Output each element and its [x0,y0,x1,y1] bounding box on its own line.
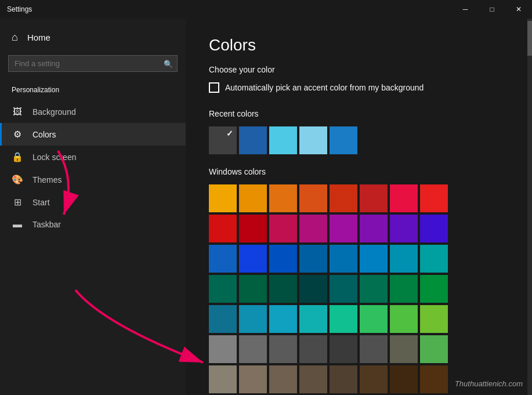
win-color-33[interactable] [239,305,267,333]
windows-colors-label: Windows colors [209,167,504,176]
win-color-44[interactable] [330,335,357,363]
recent-colors-section: Recent colors [209,109,504,154]
home-icon: ⌂ [12,31,18,44]
win-color-29[interactable] [360,275,388,303]
win-color-20[interactable] [330,245,357,273]
win-color-5[interactable] [360,184,388,212]
recent-color-4[interactable] [330,126,357,154]
win-color-25[interactable] [239,275,267,303]
sidebar-item-colors[interactable]: ⚙ Colors [0,123,186,146]
search-input[interactable] [8,55,178,72]
win-color-53[interactable] [360,365,388,393]
win-color-45[interactable] [360,335,388,363]
win-color-41[interactable] [239,335,267,363]
win-color-34[interactable] [269,305,297,333]
search-icon: 🔍 [164,59,173,68]
win-color-38[interactable] [390,305,418,333]
win-color-9[interactable] [239,215,267,242]
sidebar-item-themes[interactable]: 🎨 Themes [0,168,186,191]
watermark: Thuthuattienich.com [455,379,523,388]
win-color-39[interactable] [420,305,448,333]
win-color-27[interactable] [299,275,327,303]
start-label: Start [32,198,50,207]
recent-color-0[interactable] [209,126,237,154]
win-color-52[interactable] [330,365,357,393]
win-color-11[interactable] [299,215,327,242]
win-color-30[interactable] [390,275,418,303]
win-color-19[interactable] [299,245,327,273]
win-color-55[interactable] [420,365,448,393]
home-label: Home [27,32,50,42]
window-title: Settings [7,5,32,13]
win-color-46[interactable] [390,335,418,363]
win-color-13[interactable] [360,215,388,242]
main-content: ⌂ Home 🔍 Personalization 🖼 Background ⚙ … [0,19,532,395]
win-color-54[interactable] [390,365,418,393]
win-color-37[interactable] [360,305,388,333]
close-button[interactable]: ✕ [505,0,532,19]
recent-color-1[interactable] [239,126,267,154]
scrollbar-track[interactable] [527,19,532,395]
sidebar-item-taskbar[interactable]: ▬ Taskbar [0,213,186,235]
win-color-51[interactable] [299,365,327,393]
win-color-12[interactable] [330,215,357,242]
win-color-35[interactable] [299,305,327,333]
recent-color-2[interactable] [269,126,297,154]
win-color-17[interactable] [239,245,267,273]
win-color-50[interactable] [269,365,297,393]
win-color-23[interactable] [420,245,448,273]
win-color-1[interactable] [239,184,267,212]
win-color-8[interactable] [209,215,237,242]
win-color-6[interactable] [390,184,418,212]
minimize-button[interactable]: ─ [452,0,479,19]
win-color-15[interactable] [420,215,448,242]
taskbar-label: Taskbar [32,220,61,229]
colors-icon: ⚙ [12,129,23,140]
search-container: 🔍 [8,55,178,72]
sidebar-item-lock-screen[interactable]: 🔒 Lock screen [0,146,186,168]
sidebar-item-start[interactable]: ⊞ Start [0,191,186,213]
win-color-10[interactable] [269,215,297,242]
win-color-36[interactable] [330,305,357,333]
win-color-2[interactable] [269,184,297,212]
win-color-3[interactable] [299,184,327,212]
win-color-47[interactable] [420,335,448,363]
win-color-42[interactable] [269,335,297,363]
win-color-31[interactable] [420,275,448,303]
themes-label: Themes [32,175,62,184]
win-color-22[interactable] [390,245,418,273]
auto-pick-row: Automatically pick an accent color from … [209,82,504,93]
choose-color-heading: Choose your color [209,65,504,74]
win-color-16[interactable] [209,245,237,273]
recent-colors-label: Recent colors [209,109,504,118]
win-color-32[interactable] [209,305,237,333]
auto-pick-checkbox[interactable] [209,82,219,93]
win-color-48[interactable] [209,365,237,393]
win-color-26[interactable] [269,275,297,303]
maximize-button[interactable]: □ [479,0,505,19]
sidebar-item-home[interactable]: ⌂ Home [0,24,186,50]
win-color-18[interactable] [269,245,297,273]
recent-color-3[interactable] [299,126,327,154]
win-color-24[interactable] [209,275,237,303]
auto-pick-label: Automatically pick an accent color from … [225,83,424,92]
scrollbar-thumb[interactable] [527,21,532,56]
win-color-0[interactable] [209,184,237,212]
windows-colors-section: Windows colors [209,167,504,393]
titlebar: Settings ─ □ ✕ [0,0,532,19]
page-title: Colors [209,36,504,55]
win-color-4[interactable] [330,184,357,212]
sidebar-item-background[interactable]: 🖼 Background [0,101,186,123]
win-color-21[interactable] [360,245,388,273]
win-color-14[interactable] [390,215,418,242]
win-color-40[interactable] [209,335,237,363]
lock-screen-label: Lock screen [32,153,76,162]
win-color-28[interactable] [330,275,357,303]
colors-label: Colors [32,130,56,139]
background-label: Background [32,107,76,117]
win-color-49[interactable] [239,365,267,393]
lock-screen-icon: 🔒 [12,151,23,162]
win-color-43[interactable] [299,335,327,363]
sidebar-section-label: Personalization [0,81,186,99]
win-color-7[interactable] [420,184,448,212]
